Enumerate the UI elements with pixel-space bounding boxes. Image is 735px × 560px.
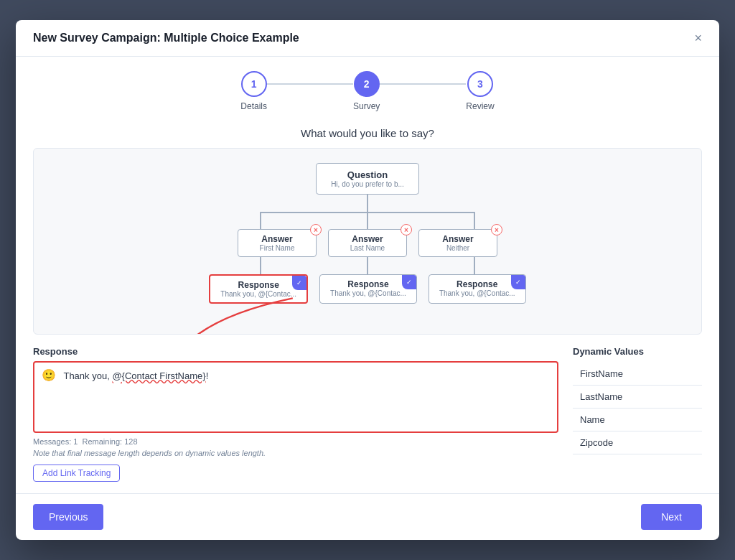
response-label-0: Response [220,280,296,290]
vertical-line-top [367,195,368,212]
response-dynamic: @{Contact FirstName} [112,370,205,381]
answer-label-2: Answer [429,234,487,244]
response-label-text: Response [33,346,558,357]
h-connector-2 [217,257,518,274]
remove-badge-0[interactable]: × [310,224,322,235]
step-1-circle: 1 [241,71,267,97]
response-sub-2: Thank you, @{Contac... [439,289,515,297]
response-nodes-row: ✓ Response Thank you, @{Contac... ✓ Resp… [209,274,525,304]
response-note: Note that final message length depends o… [33,449,558,457]
v-left [260,212,261,229]
previous-button[interactable]: Previous [33,504,103,530]
v-center [367,212,368,229]
step-3: 3 Review [466,71,494,111]
step-line-2 [380,83,466,85]
next-button[interactable]: Next [641,504,702,530]
response-label-1: Response [330,279,406,289]
flow-diagram-wrapper: Question Hi, do you prefer to b... [33,148,702,335]
response-meta: Messages: 1 Remaining: 128 [33,437,558,446]
dynamic-values-panel: Dynamic Values FirstName LastName Name Z… [573,346,702,454]
response-left: Response 🙂 Thank you, @{Contact FirstNam… [33,346,558,482]
dynamic-value-zipcode[interactable]: Zipcode [573,431,702,454]
answer-label-0: Answer [248,234,306,244]
response-suffix: ! [206,370,209,381]
answer-node-2: × Answer Neither [418,229,497,257]
question-node: Question Hi, do you prefer to b... [316,163,419,195]
v-left-2 [260,257,261,274]
response-badge-1: ✓ [402,275,416,289]
response-node-2[interactable]: ✓ Response Thank you, @{Contac... [429,274,526,304]
modal-footer: Previous Next [16,493,719,540]
step-1: 1 Details [240,71,267,111]
step-3-circle: 3 [467,71,493,97]
close-button[interactable]: × [694,32,702,45]
modal-body: What would you like to say? Question Hi,… [16,118,719,493]
add-link-button[interactable]: Add Link Tracking [33,465,120,482]
response-badge-2: ✓ [511,275,525,289]
remaining-label: Remaining: 128 [83,437,138,446]
flow-inner: Question Hi, do you prefer to b... [48,163,687,304]
stepper: 1 Details 2 Survey 3 Review [16,57,719,118]
step-2-label: Survey [353,101,380,111]
step-2: 2 Survey [353,71,380,111]
response-label-2: Response [439,279,515,289]
v-center-2 [367,257,368,274]
answer-label-1: Answer [339,234,396,244]
h-connector [217,212,518,229]
dynamic-value-firstname[interactable]: FirstName [573,363,702,386]
v-right-2 [474,257,475,274]
modal-title: New Survey Campaign: Multiple Choice Exa… [33,32,299,45]
answer-sub-1: Last Name [339,244,396,252]
section-title: What would you like to say? [33,127,702,139]
modal-dialog: New Survey Campaign: Multiple Choice Exa… [16,20,719,540]
answer-sub-2: Neither [429,244,487,252]
flow-diagram: Question Hi, do you prefer to b... [33,148,702,335]
answer-nodes-row: × Answer First Name × Answer Last Name ×… [238,229,497,257]
emoji-icon: 🙂 [42,368,56,382]
dynamic-value-lastname[interactable]: LastName [573,386,702,409]
answer-node-0: × Answer First Name [238,229,317,257]
response-node-0[interactable]: ✓ Response Thank you, @{Contac... [209,274,308,304]
modal-header: New Survey Campaign: Multiple Choice Exa… [16,20,719,57]
question-sub: Hi, do you prefer to b... [331,180,404,188]
response-prefix: Thank you, [63,370,112,381]
step-2-circle: 2 [354,71,380,97]
remove-badge-2[interactable]: × [491,224,502,235]
remove-badge-1[interactable]: × [401,224,412,235]
answer-sub-0: First Name [248,244,306,252]
response-badge-0: ✓ [292,276,306,290]
step-3-label: Review [466,101,494,111]
response-textarea-wrapper[interactable]: 🙂 Thank you, @{Contact FirstName}! [33,361,558,433]
response-sub-0: Thank you, @{Contac... [220,290,296,298]
dynamic-value-name[interactable]: Name [573,409,702,431]
v-right [474,212,475,229]
step-1-label: Details [240,101,267,111]
step-line-1 [267,83,353,85]
messages-label: Messages: 1 [33,437,78,446]
answer-node-1: × Answer Last Name [328,229,407,257]
response-section: Response 🙂 Thank you, @{Contact FirstNam… [33,346,702,482]
response-sub-1: Thank you, @{Contac... [330,289,406,297]
response-node-1[interactable]: ✓ Response Thank you, @{Contac... [319,274,417,304]
dynamic-values-title: Dynamic Values [573,346,702,357]
question-label: Question [331,169,404,180]
